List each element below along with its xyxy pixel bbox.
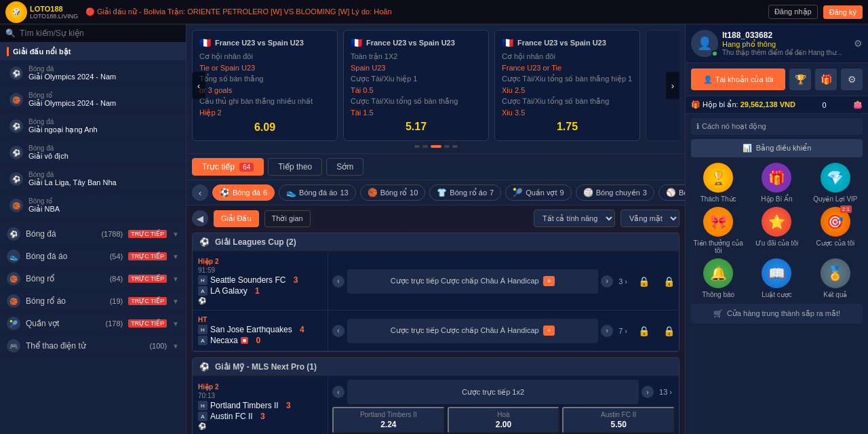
live-period: Hiệp 2 — [198, 258, 218, 265]
filter-label: Bóng đá — [233, 189, 260, 197]
sport-count: (84) — [110, 275, 123, 283]
odds-next-button[interactable]: › — [601, 275, 613, 288]
sport-cat-basketball-street[interactable]: 🏀 Bóng rổ áo (19) TRỰC TIẾP ▼ — [0, 290, 186, 313]
match-row-sanjose: HT H San Jose Earthquakes 4 A Necaxa ■ 0 — [193, 311, 679, 351]
sport-filter-football[interactable]: ⚽ Bóng đá 6 — [212, 184, 275, 201]
card-odds: 6.09 — [199, 121, 330, 134]
sport-filter-basketball[interactable]: 🏀 Bóng rổ 10 — [360, 184, 426, 201]
store-icon: 🛒 — [713, 309, 723, 318]
notifications-label: Thông báo — [702, 291, 734, 298]
carousel-next-button[interactable]: › — [666, 72, 679, 99]
card-header: 🇫🇷 France U23 vs Spain U23 — [502, 37, 633, 48]
sport-cat-tennis[interactable]: 🎾 Quần vợt (178) TRỰC TIẾP ▼ — [0, 313, 186, 335]
search-input[interactable] — [20, 28, 180, 38]
view-select[interactable]: Vắng mặt — [620, 210, 679, 227]
carousel-prev-button[interactable]: ‹ — [192, 72, 205, 99]
how-it-works-button[interactable]: ℹ Cách nó hoạt động — [691, 118, 863, 135]
sport-filter-tennis[interactable]: 🎾 Quần vợt 9 — [505, 184, 572, 201]
user-rank: Hang phổ thông — [722, 40, 850, 49]
card-odds: 1.75 — [502, 121, 633, 133]
league-header-mls: ⚽ Giải Mỹ - MLS Next Pro (1) — [193, 358, 679, 376]
controls-back-button[interactable]: ◀ — [192, 210, 208, 226]
card-title: France U23 vs Spain U23 — [215, 39, 304, 47]
odds-count: 3 › — [616, 277, 630, 285]
live-badge: TRỰC TIẾP — [128, 319, 167, 328]
add-bet-button[interactable]: + — [543, 276, 555, 286]
store-button[interactable]: 🛒 Cửa hàng trung thành sắp ra mắt! — [691, 304, 863, 323]
portland-home-odds[interactable]: Portland Timbers II 2.24 — [332, 407, 445, 433]
wallet-icon: 👛 — [853, 100, 863, 109]
sport-cat-basketball[interactable]: 🏀 Bóng rổ (84) TRỰC TIẾP ▼ — [0, 268, 186, 290]
tab-upcoming[interactable]: Tiếp theo — [268, 158, 322, 176]
sidebar-item-content: Bóng rổ Giải Olympics 2024 - Nam — [28, 92, 116, 108]
dashboard-icon: 📊 — [743, 144, 752, 153]
sidebar-item-football-premier[interactable]: ⚽ Bóng đá Giải ngoại hạng Anh — [0, 113, 186, 140]
dot-5 — [452, 145, 458, 148]
grid-item-offers[interactable]: ⭐ Ưu đãi của tôi — [749, 207, 804, 254]
dashboard-button[interactable]: 📊 Bảng điều khiển — [691, 139, 863, 157]
portland-draw-odds[interactable]: Hoà 2.00 — [448, 407, 560, 433]
sidebar-item-football-olympics-men[interactable]: ⚽ Bóng đá Giải Olympics 2024 - Nam — [0, 60, 186, 87]
gift-button[interactable]: 🎁 — [815, 68, 837, 90]
sidebar-item-basketball-nba[interactable]: 🏀 Bóng rổ Giải NBA — [0, 193, 186, 219]
rank-desc: Thu thập thêm điểm để đến Hang thư... — [722, 49, 850, 56]
register-button[interactable]: Đăng ký — [823, 5, 863, 19]
card-flag: 🇫🇷 — [351, 37, 362, 48]
odds-prev-button[interactable]: ‹ — [332, 325, 344, 337]
grid-item-notifications[interactable]: 🔔 Thông báo — [691, 258, 745, 298]
league-name: Giải Olympics 2024 - Nam — [28, 73, 116, 81]
live-period: Hiệp 2 — [198, 383, 218, 391]
filter-label: Bóng đá áo — [299, 189, 337, 197]
sport-cat-football[interactable]: ⚽ Bóng đá (1788) TRỰC TIẾP ▼ — [0, 223, 186, 245]
odds-prev-button[interactable]: ‹ — [332, 386, 344, 398]
tab-live[interactable]: Trực tiếp 64 — [192, 158, 264, 176]
league-name: Giải Leagues Cup (2) — [215, 237, 296, 247]
sidebar-item-basketball-olympics-men[interactable]: 🏀 Bóng rổ Giải Olympics 2024 - Nam — [0, 87, 186, 113]
sidebar-item-football-laliga[interactable]: ⚽ Bóng đá Giải La Liga, Tây Ban Nha — [0, 166, 186, 193]
odds-prev-button[interactable]: ‹ — [332, 275, 344, 288]
dashboard-label: Bảng điều khiển — [756, 144, 812, 153]
sport-type: Bóng rổ — [28, 92, 116, 99]
carousel-wrapper: ‹ 🇫🇷 France U23 vs Spain U23 Cơ hội nhân… — [192, 30, 679, 141]
league-name: Giải La Liga, Tây Ban Nha — [28, 178, 117, 187]
login-button[interactable]: Đăng nhập — [768, 5, 818, 19]
team-portland: H Portland Timbers II 3 — [198, 401, 322, 410]
card-row-3v: Tài 1.5 — [351, 108, 481, 117]
portland-away-odds[interactable]: Austin FC II 5.50 — [562, 407, 675, 433]
sport-filter-futsal[interactable]: 👟 Bóng đá áo 13 — [279, 184, 356, 201]
card-row-2: Tổng số bàn thắng — [199, 75, 330, 83]
sort-league-button[interactable]: Giải Đấu — [214, 210, 259, 227]
trophy-button[interactable]: 🏆 — [789, 68, 811, 90]
grid-item-challenge[interactable]: 🏆 Thách Thức — [691, 163, 745, 203]
grid-item-rules[interactable]: 📖 Luật cược — [749, 258, 804, 298]
tab-early[interactable]: Sớm — [326, 158, 363, 176]
odds-next-button[interactable]: › — [601, 325, 613, 337]
logo-sub: LOTO188.LIVING — [30, 13, 78, 20]
account-button[interactable]: 👤 Tài khoản của tôi — [691, 68, 785, 90]
settings-button[interactable]: ⚙ — [841, 68, 863, 90]
dot-3-active — [431, 145, 441, 148]
settings-icon[interactable]: ⚙ — [854, 38, 863, 49]
sport-filter-volleyball[interactable]: 🏐 Bóng chuyền 3 — [576, 184, 654, 201]
team-lagalaxy: A LA Galaxy 1 — [198, 286, 322, 296]
sport-filter-basketball-ao[interactable]: 👕 Bóng rổ áo 7 — [429, 184, 501, 201]
odds-next-button[interactable]: › — [642, 386, 654, 398]
grid-item-mybets[interactable]: 🎯 2:1 Cược của tôi — [808, 207, 863, 254]
grid-item-results[interactable]: 🏅 Kết quả — [808, 258, 863, 298]
tennis-icon: 🎾 — [513, 188, 523, 197]
sport-filter-baseball[interactable]: ⚾ Bóng chày 5 — [658, 184, 685, 201]
feature-filter-select[interactable]: Tất cả tính năng — [534, 210, 615, 227]
vip-icon: 💎 — [821, 163, 850, 193]
grid-item-mystery-box[interactable]: 🎁 Hộp Bí Ẩn — [749, 163, 804, 203]
sport-cat-esports[interactable]: 🎮 Thể thao điện tử (100) ▼ — [0, 335, 186, 357]
sort-time-button[interactable]: Thời gian — [264, 210, 311, 227]
sport-cat-futsal[interactable]: 👟 Bóng đá áo (54) TRỰC TIẾP ▼ — [0, 245, 186, 268]
grid-item-vip[interactable]: 💎 Quyền Lợi VIP — [808, 163, 863, 203]
odds-market-label: Cược trực tiếp Cược chấp Châu Á Handicap… — [347, 269, 598, 294]
add-bet-button[interactable]: + — [543, 326, 555, 336]
grid-item-bonus[interactable]: 🎀 Tiền thưởng của tôi — [691, 207, 745, 254]
match-period: HT — [198, 316, 322, 323]
sidebar-item-football-vdich[interactable]: ⚽ Bóng đá Giải vô địch — [0, 140, 186, 166]
card-row-2v: or 3 goals — [199, 86, 330, 94]
filter-prev-button[interactable]: ‹ — [192, 184, 208, 201]
